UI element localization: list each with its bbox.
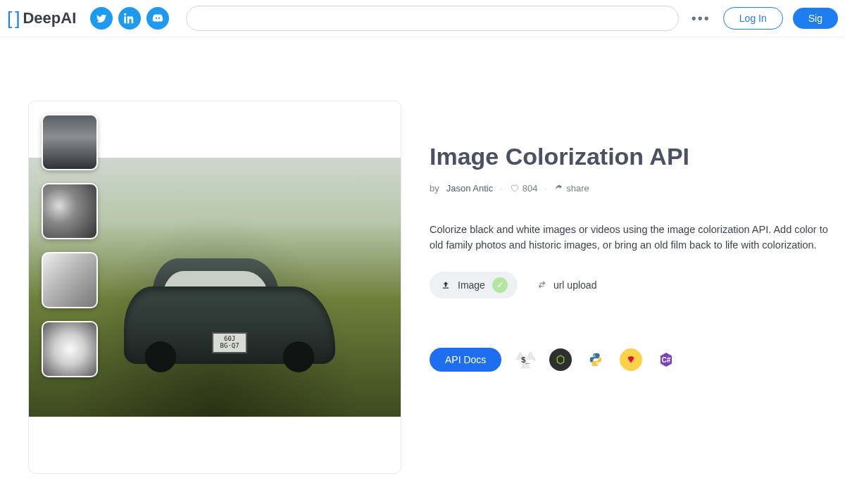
signup-button[interactable]: Sig <box>793 8 838 29</box>
upload-check-icon: ✓ <box>492 277 508 293</box>
lang-ruby-icon[interactable] <box>620 348 642 371</box>
twitter-icon[interactable] <box>90 7 113 30</box>
brand-logo[interactable]: [ ] DeepAI <box>7 8 76 30</box>
example-thumbnail[interactable] <box>42 114 98 170</box>
api-docs-button[interactable]: API Docs <box>430 348 501 372</box>
page-title: Image Colorization API <box>430 143 838 170</box>
page-meta: by Jason Antic · 804 · share <box>430 183 838 194</box>
more-menu-icon[interactable]: ••• <box>686 11 716 27</box>
lang-python-icon[interactable] <box>584 348 607 371</box>
author-link[interactable]: Jason Antic <box>446 183 494 194</box>
upload-options: Image ✓ url upload <box>430 272 838 298</box>
brand-name: DeepAI <box>23 9 76 27</box>
discord-icon[interactable] <box>146 7 169 30</box>
share-label: share <box>566 183 589 194</box>
logo-bracket-right-icon: ] <box>15 8 20 30</box>
linkedin-icon[interactable] <box>118 7 141 30</box>
heart-icon <box>510 183 520 193</box>
url-upload-button[interactable]: url upload <box>537 279 597 291</box>
social-links <box>90 7 169 30</box>
upload-image-label: Image <box>458 279 485 291</box>
page-main: 60J BG·Q7 Image Colorization API by Jaso… <box>0 37 845 488</box>
swap-icon <box>537 280 546 289</box>
upload-image-button[interactable]: Image ✓ <box>430 272 518 298</box>
lang-shell-icon[interactable]: $_ <box>514 348 537 371</box>
preview-card: 60J BG·Q7 <box>28 101 401 474</box>
api-description: Colorize black and white images or video… <box>430 222 838 253</box>
logo-bracket-left-icon: [ <box>7 8 12 30</box>
share-icon <box>554 184 563 193</box>
info-column: Image Colorization API by Jason Antic · … <box>430 101 838 372</box>
example-thumbnail[interactable] <box>42 321 98 377</box>
like-button[interactable]: 804 <box>510 183 538 194</box>
lang-csharp-icon[interactable]: C# <box>655 348 677 371</box>
docs-row: API Docs $_ C# <box>430 348 838 372</box>
svg-text:C#: C# <box>662 356 671 364</box>
example-thumbnail[interactable] <box>42 252 98 308</box>
lang-node-icon[interactable] <box>549 348 572 371</box>
search-container <box>186 6 679 31</box>
car-illustration: 60J BG·Q7 <box>124 251 335 378</box>
thumbnail-column <box>42 114 98 377</box>
url-upload-label: url upload <box>553 279 597 291</box>
upload-icon <box>441 280 451 290</box>
search-input[interactable] <box>186 6 679 31</box>
like-count: 804 <box>522 183 538 194</box>
by-prefix: by <box>430 183 439 194</box>
example-thumbnail[interactable] <box>42 183 98 239</box>
license-plate: 60J BG·Q7 <box>212 332 247 353</box>
site-header: [ ] DeepAI ••• Log In Sig <box>0 0 845 37</box>
login-button[interactable]: Log In <box>723 7 783 30</box>
share-button[interactable]: share <box>554 183 589 194</box>
